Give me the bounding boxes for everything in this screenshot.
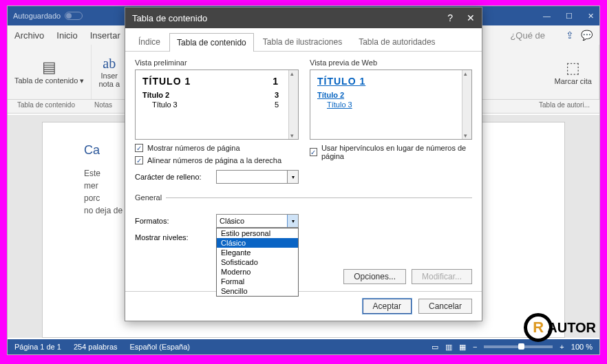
note-line1: Inser xyxy=(100,72,117,80)
cap-toc: Tabla de contenido xyxy=(8,100,85,113)
tab-index[interactable]: Índice xyxy=(131,32,168,51)
format-option-selected[interactable]: Clásico xyxy=(217,238,298,248)
pv-t3: Título 3 xyxy=(152,100,178,109)
options-button[interactable]: Opciones... xyxy=(343,269,406,284)
zoom-out-icon[interactable]: − xyxy=(473,343,477,351)
pv-n3: 5 xyxy=(275,100,279,109)
ribbon-toc[interactable]: ▤ Tabla de contenido ▾ xyxy=(8,45,92,99)
cite-icon: ⬚ xyxy=(566,59,580,77)
format-option[interactable]: Elegante xyxy=(217,248,298,257)
fill-char-label: Carácter de relleno: xyxy=(135,173,211,181)
checkbox-icon: ✓ xyxy=(135,156,143,164)
modify-button: Modificar... xyxy=(412,269,472,284)
web-t2: Título 2 xyxy=(317,91,344,99)
format-option[interactable]: Sencillo xyxy=(217,286,298,296)
minimize-icon[interactable]: — xyxy=(543,12,551,21)
zoom-in-icon[interactable]: + xyxy=(560,343,564,351)
close-icon[interactable]: ✕ xyxy=(588,12,594,21)
cancel-button[interactable]: Cancelar xyxy=(418,299,472,314)
menu-file[interactable]: Archivo xyxy=(14,30,44,41)
tab-toc[interactable]: Tabla de contenido xyxy=(169,33,254,52)
mark-cite-label: Marcar cita xyxy=(555,77,592,85)
view-print-icon[interactable]: ▥ xyxy=(445,343,452,352)
dialog-footer: Aceptar Cancelar xyxy=(125,291,482,321)
formats-value: Clásico xyxy=(220,217,244,225)
toc-dialog: Tabla de contenido ? ✕ Índice Tabla de c… xyxy=(125,7,482,321)
dialog-titlebar: Tabla de contenido ? ✕ xyxy=(125,8,482,28)
maximize-icon[interactable]: ☐ xyxy=(566,12,573,21)
autosave-label: Autoguardado xyxy=(13,12,61,20)
ribbon-notes[interactable]: ab Inser nota a xyxy=(92,45,127,99)
status-page[interactable]: Página 1 de 1 xyxy=(14,343,61,351)
comments-icon[interactable]: 💬 xyxy=(581,30,593,41)
tab-illustrations[interactable]: Tabla de ilustraciones xyxy=(255,32,350,51)
logo-text: AUTOR xyxy=(547,320,596,336)
chk-hyperlinks[interactable]: ✓Usar hipervínculos en lugar de números … xyxy=(310,144,472,160)
preview-scrollbar[interactable] xyxy=(462,70,471,139)
chk-page-numbers[interactable]: ✓Mostrar números de página xyxy=(135,144,299,152)
zoom-slider[interactable] xyxy=(484,345,553,348)
window-controls: — ☐ ✕ xyxy=(543,12,594,21)
status-bar: Página 1 de 1 254 palabras Español (Espa… xyxy=(8,339,599,354)
dialog-title: Tabla de contenido xyxy=(132,13,207,23)
levels-label: Mostrar niveles: xyxy=(135,233,211,242)
cap-auth: Tabla de autori... xyxy=(529,100,599,113)
dialog-tabs: Índice Tabla de contenido Tabla de ilust… xyxy=(125,28,482,52)
menu-insert[interactable]: Insertar xyxy=(90,30,120,41)
format-option[interactable]: Formal xyxy=(217,277,298,286)
pv-t2: Título 2 xyxy=(142,91,169,99)
menu-home[interactable]: Inicio xyxy=(56,30,77,41)
preview-scrollbar[interactable] xyxy=(288,70,298,139)
view-read-icon[interactable]: ▭ xyxy=(432,343,438,352)
formats-label: Formatos: xyxy=(135,217,211,225)
tell-me[interactable]: ¿Qué de xyxy=(510,30,545,41)
formats-combo[interactable]: Clásico ▾ xyxy=(216,214,299,228)
status-words[interactable]: 254 palabras xyxy=(74,343,118,351)
preview-label: Vista preliminar xyxy=(135,58,299,67)
dialog-close-icon[interactable]: ✕ xyxy=(467,12,475,23)
tab-authorities[interactable]: Tabla de autoridades xyxy=(351,32,443,51)
ribbon-mark-cite[interactable]: ⬚ Marcar cita xyxy=(548,45,599,99)
checkbox-icon: ✓ xyxy=(135,144,143,152)
logo-r: R xyxy=(533,319,544,336)
chevron-down-icon: ▾ xyxy=(287,215,298,227)
chevron-down-icon: ▾ xyxy=(287,171,298,183)
ok-button[interactable]: Aceptar xyxy=(363,299,412,314)
pv-n2: 3 xyxy=(275,91,279,99)
checkbox-icon: ✓ xyxy=(310,148,317,156)
toc-button-label: Tabla de contenido ▾ xyxy=(14,76,84,85)
print-preview: TÍTULO 11 Título 23 Título 35 xyxy=(135,69,299,140)
format-option[interactable]: Estilo personal xyxy=(217,228,298,238)
web-t1: TÍTULO 1 xyxy=(317,76,365,87)
general-group: General Formatos: Clásico ▾ Estilo perso… xyxy=(135,193,472,284)
formats-dropdown: Estilo personal Clásico Elegante Sofisti… xyxy=(216,228,299,297)
note-line2: nota a xyxy=(98,80,120,88)
pv-n1: 1 xyxy=(273,76,279,87)
format-option[interactable]: Moderno xyxy=(217,267,298,277)
format-option[interactable]: Sofisticado xyxy=(217,257,298,267)
ab-icon: ab xyxy=(103,56,116,72)
status-lang[interactable]: Español (España) xyxy=(130,343,190,351)
cap-notes: Notas xyxy=(85,100,122,113)
view-web-icon[interactable]: ▦ xyxy=(459,343,466,352)
autosave[interactable]: Autoguardado xyxy=(13,12,83,20)
web-t3: Título 3 xyxy=(327,100,352,109)
document-icon: ▤ xyxy=(42,58,56,76)
web-preview: TÍTULO 1 Título 2 Título 3 xyxy=(310,69,472,140)
share-icon[interactable]: ⇪ xyxy=(566,30,574,41)
autosave-switch[interactable] xyxy=(65,12,83,20)
chk-align-right[interactable]: ✓Alinear números de página a la derecha xyxy=(135,156,299,164)
pv-t1: TÍTULO 1 xyxy=(142,76,191,87)
general-legend: General xyxy=(135,193,166,202)
watermark-logo: R AUTOR xyxy=(524,313,596,342)
zoom-value[interactable]: 100 % xyxy=(571,343,593,351)
fill-char-combo[interactable]: ▾ xyxy=(216,170,299,184)
help-icon[interactable]: ? xyxy=(447,12,453,23)
web-preview-label: Vista previa de Web xyxy=(310,58,472,67)
